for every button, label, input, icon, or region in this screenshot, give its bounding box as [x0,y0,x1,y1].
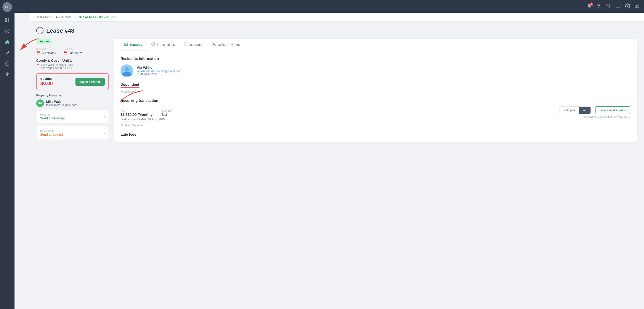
manager-avatar: MW [36,99,44,107]
tab-transactions[interactable]: $ Transactions [147,39,180,51]
maintenance-card-label: Maintenance [40,130,63,132]
recurring-section: Recurring transaction Rent $1,560.00 /Mo… [120,99,630,127]
svg-text:MJ: MJ [5,6,9,9]
message-card-action: Send a message [40,116,65,120]
rent-amount: $1,560.00 /Monthly [120,113,152,117]
svg-rect-4 [5,21,7,22]
property-address-lines: 8987 West Flamingo Road Las Vegas, NV, 8… [41,63,73,70]
pay-advance-button[interactable]: pay in advance [76,78,105,86]
tenancy-tab-label: Tenancy [130,43,142,47]
rent-details: Rent $1,560.00 /Monthly Due day 1st [120,106,172,121]
balance-amount: $0.00 [40,81,53,86]
maintenance-card-info: Maintenance Send a request [40,130,63,136]
balance-label: Balance [40,77,53,81]
address-line1: 8987 West Flamingo Road [41,63,73,67]
message-chevron-icon: › [104,114,105,119]
sidebar-item-location[interactable] [3,70,12,79]
late-fees-title: Late fees [120,133,630,137]
tenancy-tab-content: Residents information Mia White miawhite… [114,51,637,142]
dependent-title: Dependent [120,83,139,88]
pin-icon: 📍 [36,64,40,67]
breadcrumb-sep-1: › [54,16,54,19]
sidebar-item-properties[interactable] [3,37,12,46]
resident-name: Mia White [136,66,181,69]
tab-utility[interactable]: Utility Providers [208,39,244,51]
autopay-group: auto pay off [560,106,591,114]
message-card-label: Message [40,113,65,116]
svg-rect-18 [124,43,128,46]
no-deposits: No Paid Deposits [120,124,630,127]
next-invoice-label: Next invoice publish date: [582,115,614,118]
sidebar: MJ $ [0,0,14,309]
maintenance-card[interactable]: Maintenance Send a request › [36,126,109,140]
property-address: 📍 8987 West Flamingo Road Las Vegas, NV,… [36,63,109,70]
recurring-section-title: Recurring transaction [120,99,630,103]
resident-row: Mia White miawhitetestaccount1@gmail.com… [120,65,630,77]
first-invoice-info: First rent invoice date: 09 April, 2019 [120,118,172,121]
date-row: Start date 📅 04/09/2019 End date 📅 04/09… [36,48,109,55]
left-panel: Active Start date 📅 04/09/2019 End date … [36,39,109,140]
sidebar-item-maintenance[interactable] [3,48,12,57]
resident-email: miawhitetestaccount1@gmail.com [136,69,181,73]
svg-point-23 [214,43,215,44]
transactions-tab-label: Transactions [157,43,175,47]
maintenance-chevron-icon: › [104,131,105,135]
breadcrumb-dashboard[interactable]: DASHBOARD [34,16,52,19]
utility-tab-label: Utility Providers [218,43,240,47]
sidebar-item-documents[interactable] [3,59,12,68]
breadcrumb: DASHBOARD › MY RENTALS › 8987 WEST FLAMI… [29,13,644,22]
resident-avatar [120,65,133,77]
svg-point-25 [125,67,129,72]
back-button[interactable]: ← [36,27,44,34]
balance-box: Balance $0.00 pay in advance [36,73,109,90]
rent-row-wrapper: Rent $1,560.00 /Monthly Due day 1st [120,106,630,121]
insurance-tab-label: Insurance [189,43,203,47]
breadcrumb-rentals[interactable]: MY RENTALS [56,16,74,19]
sidebar-item-payments[interactable]: $ [3,26,12,35]
tab-tenancy[interactable]: Tenancy [120,39,147,51]
manager-section-label: Property Manager [36,94,109,97]
page-header: ← Lease #48 [36,27,637,34]
off-button[interactable]: off [579,107,590,114]
recurring-row: Rent $1,560.00 /Monthly Due day 1st [120,109,172,117]
dependent-section: Dependent No Dependent [120,83,630,93]
start-date-value: 📅 04/09/2019 [36,51,56,55]
autopay-button[interactable]: auto pay [560,107,579,114]
manager-email: testlandlord+@gmail.com [46,103,77,107]
end-date-calendar-icon: 📅 [64,51,67,55]
create-invoice-button[interactable]: create next invoice [595,106,630,114]
start-date-calendar-icon: 📅 [36,51,40,55]
breadcrumb-current: 8987 WEST FLAMINGO ROAD [78,16,117,19]
property-name: Comfy & Cosy , Unit 1 [36,59,109,62]
first-invoice-label: First rent invoice date: [120,118,147,121]
sidebar-item-apps[interactable] [3,16,12,25]
rent-label: Rent [120,109,152,112]
balance-info: Balance $0.00 [40,77,53,86]
end-date-value: 📅 04/09/2020 [64,51,84,55]
svg-text:$: $ [6,30,8,32]
message-card[interactable]: Message Send a message › [36,110,109,123]
residents-section-title: Residents information [120,57,630,61]
tab-insurance[interactable]: Insurance [179,39,208,51]
breadcrumb-sep-2: › [75,16,76,19]
due-day-label: Due day [162,109,172,112]
page-wrapper: ← Lease #48 Active Start date 📅 04/09/20… [29,22,644,147]
tabs: Tenancy $ Transactions Insurance [114,39,637,51]
two-col-layout: Active Start date 📅 04/09/2019 End date … [36,39,637,142]
message-card-info: Message Send a message [40,113,65,120]
end-date-block: End date 📅 04/09/2020 [64,48,84,55]
avatar[interactable]: MJ [2,2,12,12]
status-badge: Active [36,39,52,44]
svg-rect-2 [5,18,7,20]
tenancy-tab-icon [124,43,128,47]
page-title: Lease #48 [46,27,74,34]
start-date-label: Start date [36,48,56,50]
due-day-value: 1st [162,113,172,117]
utility-tab-icon [212,43,216,47]
start-date-block: Start date 📅 04/09/2019 [36,48,56,55]
end-date-label: End date [64,48,84,50]
svg-text:$: $ [152,43,154,46]
next-invoice-info: Next invoice publish date: 27 May, 2019 [582,115,630,118]
main-content: 1 DASHBOARD › MY RENTALS › 8987 WEST FLA… [29,13,644,309]
no-dependent: No Dependent [120,90,630,93]
